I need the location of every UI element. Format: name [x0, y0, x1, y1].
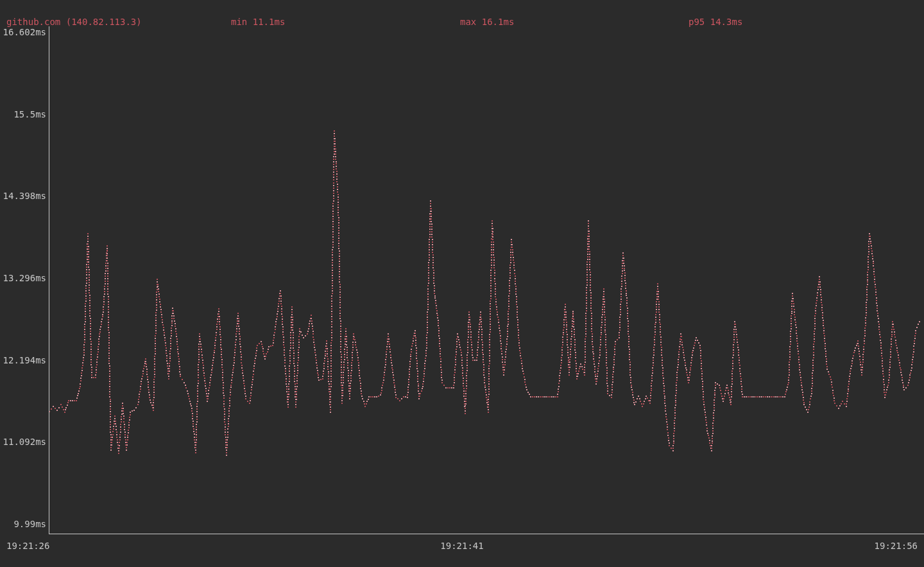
x-tick-start: 19:21:26 — [6, 541, 49, 551]
stat-p95: p95 14.3ms — [689, 17, 742, 27]
x-tick-middle: 19:21:41 — [440, 541, 483, 551]
stat-min-value: 11.1ms — [253, 17, 286, 27]
y-axis-line — [49, 26, 49, 534]
stat-max-value: 16.1ms — [482, 17, 515, 27]
y-tick-label: 15.5ms — [0, 109, 46, 119]
y-tick-label: 12.194ms — [0, 355, 46, 365]
latency-chart-canvas — [0, 0, 924, 567]
gping-terminal: github.com (140.82.113.3) min 11.1ms max… — [0, 0, 924, 567]
stat-p95-value: 14.3ms — [710, 17, 743, 27]
x-tick-end: 19:21:56 — [875, 541, 918, 551]
stat-min: min 11.1ms — [231, 17, 285, 27]
y-tick-label: 16.602ms — [0, 27, 46, 37]
y-tick-label: 14.398ms — [0, 191, 46, 201]
stat-max: max 16.1ms — [460, 17, 514, 27]
stat-min-label: min — [231, 17, 247, 27]
target-host-label: github.com (140.82.113.3) — [6, 17, 142, 27]
stat-max-label: max — [460, 17, 476, 27]
x-axis-line — [49, 534, 924, 534]
y-tick-label: 9.99ms — [0, 519, 46, 529]
stat-p95-label: p95 — [689, 17, 705, 27]
y-tick-label: 13.296ms — [0, 273, 46, 283]
y-tick-label: 11.092ms — [0, 437, 46, 447]
